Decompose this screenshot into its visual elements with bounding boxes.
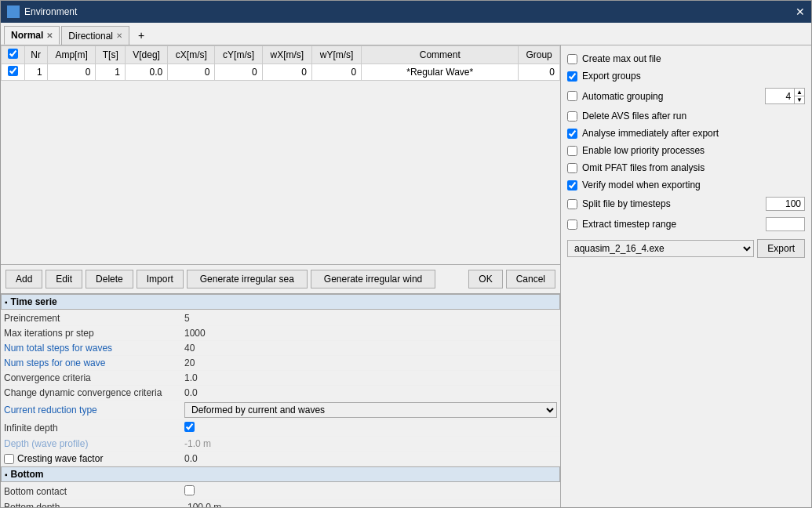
extract-timestep-label[interactable]: Extract timestep range (582, 219, 676, 230)
col-check (2, 46, 25, 64)
setting-cresting-wave: Cresting wave factor 0.0 (1, 452, 560, 466)
dyn-convergence-label: Change dynamic convergence criteria (4, 387, 184, 398)
title-bar-left: Environment (7, 5, 77, 18)
environment-window: Environment ✕ Normal ✕ Directional ✕ + (0, 0, 812, 508)
max-iter-value: 1000 (184, 328, 557, 339)
generate-sea-button[interactable]: Generate irregular sea (187, 270, 308, 288)
tab-directional[interactable]: Directional ✕ (61, 26, 129, 45)
col-amp: Amp[m] (47, 46, 96, 64)
current-reduction-label: Current reduction type (4, 405, 184, 415)
left-panel: Nr Amp[m] T[s] V[deg] cX[m/s] cY[m/s] wX… (1, 45, 560, 507)
spin-up[interactable]: ▲ (795, 89, 804, 96)
check-enable-low-priority: Enable low priority processes (567, 143, 805, 158)
extract-timestep-input[interactable] (766, 217, 805, 231)
tab-bar: Normal ✕ Directional ✕ + (1, 23, 811, 45)
import-button[interactable]: Import (137, 270, 184, 288)
bottom-contact-label: Bottom contact (4, 486, 184, 497)
ok-button[interactable]: OK (468, 270, 502, 288)
verify-model-checkbox[interactable] (567, 180, 577, 190)
export-button[interactable]: Export (757, 239, 805, 258)
omit-pfat-checkbox[interactable] (567, 163, 577, 173)
spin-down[interactable]: ▼ (795, 96, 804, 103)
row-t: 1 (96, 64, 126, 81)
enable-low-priority-label[interactable]: Enable low priority processes (582, 145, 705, 156)
tab-normal-close[interactable]: ✕ (46, 31, 53, 40)
wave-toolbar: Add Edit Delete Import Generate irregula… (1, 265, 560, 294)
infinite-depth-checkbox[interactable] (184, 422, 195, 432)
edit-button[interactable]: Edit (46, 270, 82, 288)
current-reduction-select[interactable]: Deformed by current and waves None (184, 402, 557, 418)
row-check (2, 64, 25, 81)
analyse-immediately-label[interactable]: Analyse immediately after export (582, 128, 719, 139)
cresting-wave-label-row: Cresting wave factor (4, 453, 184, 464)
check-verify-model: Verify model when exporting (567, 178, 805, 192)
auto-grouping-checkbox[interactable] (567, 91, 577, 101)
header-checkbox[interactable] (8, 49, 18, 59)
setting-preincrement: Preincrement 5 (1, 311, 560, 326)
auto-grouping-input[interactable] (766, 90, 794, 103)
bottom-contact-checkbox[interactable] (184, 485, 195, 495)
cresting-wave-value: 0.0 (184, 453, 557, 464)
num-steps-wave-label: Num steps for one wave (4, 357, 184, 368)
col-cx: cX[m/s] (168, 46, 215, 64)
split-file-input[interactable] (766, 197, 805, 211)
split-file-label[interactable]: Split file by timesteps (582, 198, 671, 209)
tab-normal-label: Normal (11, 30, 43, 41)
check-analyse-immediately: Analyse immediately after export (567, 126, 805, 140)
row-checkbox[interactable] (8, 66, 18, 76)
cresting-wave-checkbox[interactable] (4, 454, 14, 464)
tab-add-button[interactable]: + (131, 26, 151, 45)
close-button[interactable]: ✕ (796, 5, 805, 18)
title-bar: Environment ✕ (1, 1, 811, 23)
create-max-label[interactable]: Create max out file (582, 53, 661, 64)
row-cx: 0 (168, 64, 215, 81)
split-file-inner: Split file by timesteps (567, 198, 671, 209)
col-comment: Comment (362, 46, 519, 64)
delete-button[interactable]: Delete (86, 270, 133, 288)
add-button[interactable]: Add (5, 270, 42, 288)
split-file-checkbox[interactable] (567, 199, 577, 209)
row-v: 0.0 (125, 64, 167, 81)
check-auto-grouping: Automatic grouping ▲ ▼ (567, 86, 805, 106)
section-bottom[interactable]: ▪ Bottom (1, 466, 560, 482)
time-serie-label: Time serie (11, 296, 57, 307)
row-group: 0 (519, 64, 560, 81)
col-t: T[s] (96, 46, 126, 64)
auto-grouping-label[interactable]: Automatic grouping (582, 91, 663, 102)
row-cy: 0 (215, 64, 262, 81)
generate-wind-button[interactable]: Generate irregular wind (311, 270, 435, 288)
omit-pfat-label[interactable]: Omit PFAT files from analysis (582, 162, 705, 173)
convergence-value: 1.0 (184, 372, 557, 383)
infinite-depth-label: Infinite depth (4, 423, 184, 434)
setting-num-total-steps: Num total steps for waves 40 (1, 341, 560, 356)
create-max-checkbox[interactable] (567, 54, 577, 64)
time-serie-toggle: ▪ (5, 298, 8, 307)
delete-avs-checkbox[interactable] (567, 111, 577, 122)
enable-low-priority-checkbox[interactable] (567, 146, 577, 156)
export-exe-select[interactable]: aquasim_2_16_4.exe (567, 240, 754, 257)
section-time-serie[interactable]: ▪ Time serie (1, 294, 560, 310)
settings-scroll: ▪ Time serie Preincrement 5 Max iteratio… (1, 294, 560, 507)
depth-profile-label: Depth (wave profile) (4, 438, 184, 449)
extract-timestep-inner: Extract timestep range (567, 219, 676, 230)
verify-model-label[interactable]: Verify model when exporting (582, 180, 701, 190)
check-split-file: Split file by timesteps (567, 195, 805, 212)
export-groups-checkbox[interactable] (567, 71, 577, 82)
setting-num-steps-wave: Num steps for one wave 20 (1, 356, 560, 371)
tab-directional-label: Directional (68, 31, 113, 42)
cancel-button[interactable]: Cancel (506, 270, 555, 288)
col-group: Group (519, 46, 560, 64)
dyn-convergence-value: 0.0 (184, 387, 557, 398)
check-omit-pfat: Omit PFAT files from analysis (567, 161, 805, 175)
num-total-steps-value: 40 (184, 343, 557, 354)
analyse-immediately-checkbox[interactable] (567, 129, 577, 139)
table-row: 1 0 1 0.0 0 0 0 0 *Regular Wave* 0 (2, 64, 560, 81)
tab-normal[interactable]: Normal ✕ (4, 26, 60, 45)
export-groups-label[interactable]: Export groups (582, 71, 641, 82)
tab-directional-close[interactable]: ✕ (116, 31, 122, 40)
delete-avs-label[interactable]: Delete AVS files after run (582, 111, 686, 122)
bottom-label: Bottom (11, 469, 44, 480)
bottom-content: Bottom contact Bottom depth -100.0 m Us (1, 484, 560, 507)
setting-depth-profile: Depth (wave profile) -1.0 m (1, 437, 560, 452)
extract-timestep-checkbox[interactable] (567, 220, 577, 230)
